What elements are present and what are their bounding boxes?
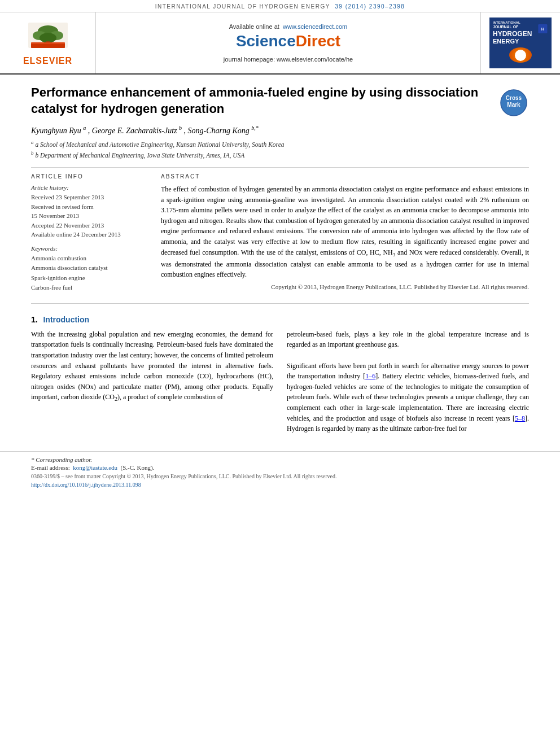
- history-available: Available online 24 December 2013: [31, 230, 150, 239]
- keywords-label: Keywords:: [31, 245, 150, 252]
- journal-name: INTERNATIONAL JOURNAL OF HYDROGEN ENERGY: [155, 3, 330, 10]
- ref-5-8[interactable]: 5–8: [515, 414, 525, 422]
- page: INTERNATIONAL JOURNAL OF HYDROGEN ENERGY…: [0, 0, 560, 747]
- intro-heading-row: 1. Introduction: [31, 315, 529, 325]
- article-info-abstract: ARTICLE INFO Article history: Received 2…: [31, 173, 529, 293]
- corresponding-author-note: * Corresponding author.: [31, 456, 529, 463]
- sciencedirect-logo: ScienceDirect: [236, 32, 340, 50]
- crossmark-icon: Cross Mark: [500, 89, 528, 117]
- section-divider: [31, 303, 529, 304]
- elsevier-text: ELSEVIER: [23, 56, 72, 66]
- introduction-section: 1. Introduction With the increasing glob…: [0, 315, 560, 440]
- intro-columns: With the increasing global population an…: [31, 329, 529, 434]
- history-revised-label: Received in revised form: [31, 202, 150, 212]
- article-divider: [31, 167, 529, 168]
- article-info-col: ARTICLE INFO Article history: Received 2…: [31, 173, 150, 293]
- intro-left-text: With the increasing global population an…: [31, 329, 273, 404]
- journal-homepage: journal homepage: www.elsevier.com/locat…: [224, 56, 353, 63]
- hydrogen-energy-logo-area: INTERNATIONAL JOURNAL OF HYDROGEN ENERGY…: [481, 12, 560, 73]
- history-received: Received 23 September 2013: [31, 193, 150, 202]
- available-online-text: Available online at www.sciencedirect.co…: [229, 23, 348, 30]
- banner: ELSEVIER Available online at www.science…: [0, 12, 560, 75]
- doi-line: http://dx.doi.org/10.1016/j.ijhydene.201…: [31, 482, 529, 488]
- svg-rect-8: [31, 42, 65, 44]
- available-online-link[interactable]: www.sciencedirect.com: [283, 23, 347, 30]
- abstract-col: ABSTRACT The effect of combustion of hyd…: [161, 173, 529, 293]
- abstract-text: The effect of combustion of hydrogen gen…: [161, 184, 529, 280]
- svg-text:Cross: Cross: [505, 95, 522, 101]
- banner-center: Available online at www.sciencedirect.co…: [96, 12, 481, 73]
- article-section: Performance enhancement of ammonia-fuele…: [0, 75, 560, 315]
- history-accepted: Accepted 22 November 2013: [31, 221, 150, 230]
- hydrogen-energy-logo: INTERNATIONAL JOURNAL OF HYDROGEN ENERGY…: [489, 18, 552, 68]
- article-info-label: ARTICLE INFO: [31, 173, 150, 180]
- doi-link[interactable]: http://dx.doi.org/10.1016/j.ijhydene.201…: [31, 482, 141, 488]
- intro-left-col: With the increasing global population an…: [31, 329, 273, 434]
- journal-volume: 39 (2014) 2390–2398: [335, 3, 405, 10]
- affiliation-a: a a School of Mechanical and Automotive …: [31, 139, 529, 150]
- intro-title: Introduction: [43, 315, 89, 324]
- keyword-2: Ammonia dissociation catalyst: [31, 263, 150, 273]
- authors: Kyunghyun Ryu a , George E. Zacharakis-J…: [31, 125, 529, 136]
- journal-header: INTERNATIONAL JOURNAL OF HYDROGEN ENERGY…: [0, 0, 560, 12]
- keyword-3: Spark-ignition engine: [31, 273, 150, 283]
- history-label: Article history:: [31, 184, 150, 191]
- crossmark-badge: Cross Mark: [498, 87, 529, 118]
- affiliation-b: b b Department of Mechanical Engineering…: [31, 150, 529, 160]
- ref-1-6[interactable]: 1–6: [365, 372, 375, 380]
- svg-rect-7: [31, 43, 65, 48]
- svg-text:H: H: [541, 27, 544, 32]
- elsevier-logo: ELSEVIER: [23, 20, 73, 66]
- email-link[interactable]: kong@iastate.edu: [73, 464, 117, 471]
- intro-number: 1.: [31, 315, 38, 324]
- footer: * Corresponding author. E-mail address: …: [0, 451, 560, 491]
- intro-right-col: petroleum-based fuels, plays a key role …: [287, 329, 529, 434]
- affiliations: a a School of Mechanical and Automotive …: [31, 139, 529, 160]
- he-logo-circle: [509, 47, 532, 63]
- history-revised-date: 15 November 2013: [31, 211, 150, 221]
- keyword-4: Carbon-free fuel: [31, 283, 150, 293]
- email-footnote: E-mail address: kong@iastate.edu (S.-C. …: [31, 464, 529, 471]
- elsevier-logo-area: ELSEVIER: [0, 12, 96, 73]
- svg-text:Mark: Mark: [507, 102, 520, 108]
- article-title: Performance enhancement of ammonia-fuele…: [31, 85, 529, 117]
- abstract-copyright: Copyright © 2013, Hydrogen Energy Public…: [161, 283, 529, 290]
- issn-line: 0360-3199/$ – see front matter Copyright…: [31, 473, 529, 479]
- abstract-label: ABSTRACT: [161, 173, 529, 180]
- intro-right-text: petroleum-based fuels, plays a key role …: [287, 329, 529, 434]
- he-logo-icon: H: [537, 21, 548, 37]
- keyword-1: Ammonia combustion: [31, 254, 150, 264]
- elsevier-tree-icon: [23, 20, 73, 54]
